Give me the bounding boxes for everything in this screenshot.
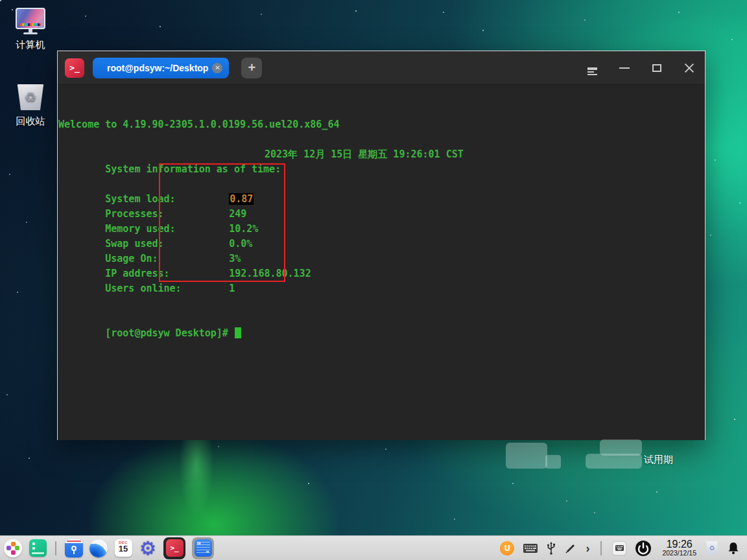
terminal-prompt[interactable]: [root@pdsyw Desktop]# (58, 311, 241, 326)
window-menu-icon[interactable] (586, 62, 599, 75)
launcher-button[interactable] (4, 539, 22, 557)
watermark-shape (586, 454, 642, 469)
clock-time: 19:26 (662, 539, 696, 550)
trash-tray-icon[interactable]: ♻ (706, 541, 718, 555)
computer-icon-label: 计算机 (3, 39, 58, 51)
browser-icon (89, 539, 108, 557)
input-method-icon[interactable] (613, 542, 626, 555)
browser-button[interactable] (89, 539, 108, 557)
computer-icon (16, 8, 45, 34)
file-manager-icon (65, 539, 83, 557)
taskbar: DEC 15 ⚙ >_ “ ” U (0, 535, 747, 560)
minimize-icon[interactable] (618, 62, 631, 75)
terminal-cursor (235, 327, 241, 338)
file-manager-button[interactable] (65, 539, 83, 557)
updater-icon[interactable]: U (500, 541, 514, 555)
multitasking-view-icon (29, 539, 47, 557)
multitasking-view-button[interactable] (29, 539, 47, 557)
control-center-button[interactable]: ⚙ (139, 539, 157, 557)
terminal-tab[interactable]: root@pdsyw:~/Desktop ✕ (93, 58, 229, 78)
notification-bell-icon[interactable] (728, 542, 739, 555)
tab-close-icon[interactable]: ✕ (212, 63, 222, 73)
terminal-taskbar-button[interactable]: >_ (163, 537, 185, 559)
terminal-app-icon: >_ (65, 58, 84, 78)
tray-expand-chevron[interactable]: › (586, 542, 589, 554)
usb-icon[interactable] (547, 542, 556, 555)
info-row: Swap used:0.0% (58, 222, 252, 237)
terminal-window: >_ root@pdsyw:~/Desktop ✕ + Welcome to 4… (57, 51, 706, 440)
taskbar-clock[interactable]: 19:26 2023/12/15 (662, 539, 696, 557)
terminal-tab-title: root@pdsyw:~/Desktop (107, 63, 208, 73)
info-row: Usage On:3% (58, 237, 241, 251)
trial-period-label: 试用期 (644, 454, 673, 466)
wallpaper-stars (0, 0, 1, 1)
recycle-bin-icon: ♻ (16, 84, 45, 110)
new-tab-button[interactable]: + (241, 58, 262, 78)
taskbar-divider (55, 541, 56, 555)
sysinfo-time: 2023年 12月 15日 星期五 19:26:01 CST (265, 147, 464, 162)
calendar-icon: DEC 15 (115, 539, 132, 557)
terminal-body[interactable]: Welcome to 4.19.90-2305.1.0.0199.56.uel2… (58, 85, 705, 440)
calendar-button[interactable]: DEC 15 (114, 539, 132, 557)
info-row: Memory used:10.2% (58, 207, 258, 222)
launcher-icon (4, 539, 22, 557)
terminal-sysinfo-line: System information as of time: 2023年 12月… (58, 147, 706, 162)
info-row: IP address:192.168.80.132 (58, 251, 311, 266)
info-row: Users online:1 (58, 266, 235, 281)
recycle-bin-icon-label: 回收站 (3, 115, 58, 128)
info-row: System load:0.87 (58, 177, 254, 192)
text-editor-taskbar-button[interactable]: “ ” (192, 537, 214, 559)
watermark-shape (545, 455, 561, 469)
terminal-welcome-line: Welcome to 4.19.90-2305.1.0.0199.56.uel2… (58, 117, 339, 132)
desktop-icon-recycle-bin[interactable]: ♻ 回收站 (3, 84, 58, 128)
watermark-shape (506, 443, 547, 469)
info-row: Processes:249 (58, 192, 246, 207)
close-icon[interactable] (683, 62, 696, 75)
power-icon[interactable] (635, 540, 652, 557)
tray-divider (600, 541, 602, 555)
clock-date: 2023/12/15 (662, 550, 696, 557)
keyboard-icon[interactable] (523, 544, 538, 553)
gear-icon: ⚙ (139, 539, 157, 557)
desktop: 计算机 ♻ 回收站 >_ root@pdsyw:~/Desktop ✕ + We… (0, 0, 747, 560)
text-editor-icon: “ ” (195, 539, 212, 557)
terminal-icon: >_ (166, 539, 184, 557)
maximize-icon[interactable] (650, 62, 663, 75)
terminal-titlebar[interactable]: >_ root@pdsyw:~/Desktop ✕ + (58, 51, 705, 85)
pen-icon[interactable] (565, 542, 576, 554)
desktop-icon-computer[interactable]: 计算机 (3, 8, 58, 51)
